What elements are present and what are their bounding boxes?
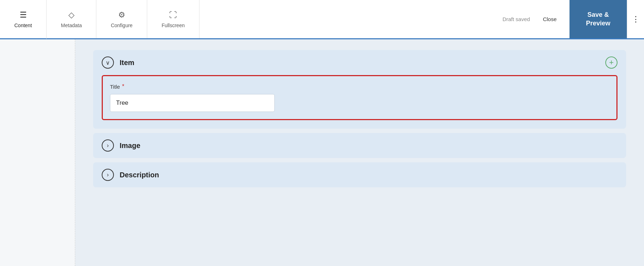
title-input[interactable]: [110, 94, 275, 112]
nav-right-actions: Draft saved Close: [495, 0, 569, 38]
tab-metadata[interactable]: ◇ Metadata: [47, 0, 96, 38]
tab-configure[interactable]: ⚙ Configure: [96, 0, 147, 38]
item-section-header[interactable]: ∨ Item +: [93, 50, 626, 75]
tab-fullscreen[interactable]: ⛶ Fullscreen: [147, 0, 200, 38]
more-options-button[interactable]: ⋮: [627, 0, 644, 38]
save-preview-button[interactable]: Save &Preview: [569, 0, 627, 38]
image-expand-icon[interactable]: ›: [102, 139, 114, 152]
required-indicator: *: [122, 83, 124, 90]
save-preview-label: Save &Preview: [586, 11, 610, 28]
left-sidebar: [0, 39, 75, 266]
image-section: › Image: [93, 133, 626, 158]
nav-spacer: [200, 0, 495, 38]
item-section: ∨ Item + Title *: [93, 50, 626, 129]
content-panel: ∨ Item + Title * › I: [75, 39, 644, 266]
close-button[interactable]: Close: [537, 13, 562, 25]
image-section-header[interactable]: › Image: [93, 133, 626, 158]
title-field-wrapper: Title *: [102, 75, 617, 120]
configure-icon: ⚙: [118, 10, 125, 20]
fullscreen-icon: ⛶: [169, 10, 177, 20]
metadata-tab-label: Metadata: [61, 23, 82, 28]
main-content: ∨ Item + Title * › I: [0, 39, 644, 266]
draft-status: Draft saved: [503, 16, 530, 22]
fullscreen-tab-label: Fullscreen: [162, 23, 185, 28]
description-section: › Description: [93, 162, 626, 187]
configure-tab-label: Configure: [111, 23, 133, 28]
item-section-title: Item: [120, 59, 134, 67]
content-icon: ☰: [20, 10, 27, 20]
description-section-header[interactable]: › Description: [93, 162, 626, 187]
item-add-button[interactable]: +: [605, 56, 617, 69]
tab-content[interactable]: ☰ Content: [0, 0, 47, 39]
more-icon: ⋮: [632, 15, 640, 24]
description-section-title: Description: [120, 171, 159, 179]
top-navigation: ☰ Content ◇ Metadata ⚙ Configure ⛶ Fulls…: [0, 0, 644, 39]
description-expand-icon[interactable]: ›: [102, 169, 114, 181]
content-tab-label: Content: [14, 23, 32, 28]
title-field-label: Title *: [110, 83, 609, 90]
item-collapse-icon[interactable]: ∨: [102, 56, 114, 69]
image-section-title: Image: [120, 142, 140, 150]
metadata-icon: ◇: [68, 10, 75, 20]
